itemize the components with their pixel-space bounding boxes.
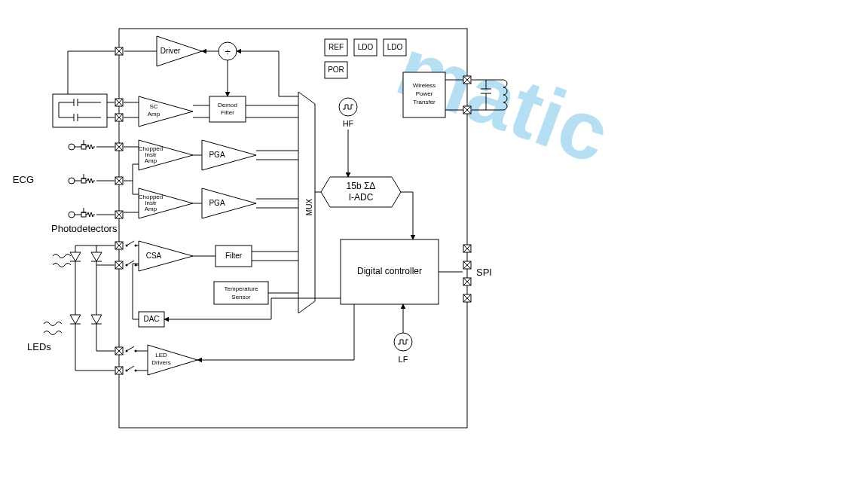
adc-l2: I-ADC <box>349 192 374 203</box>
scamp-l1: SC <box>149 103 157 110</box>
demod-l1: Demod <box>218 102 237 108</box>
ref-block: REF <box>329 43 344 51</box>
wpt-l1: Wireless <box>413 82 436 89</box>
cia2-l3: Amp <box>145 206 157 212</box>
leddrv-l1: LED <box>155 352 167 358</box>
temp-l2: Sensor <box>231 294 251 300</box>
adc-l1: 15b ΣΔ <box>347 181 376 191</box>
csa-label: CSA <box>146 252 162 260</box>
temp-l1: Temperature <box>225 285 258 292</box>
wpt-l3: Transfer <box>413 99 436 105</box>
dac-label: DAC <box>143 315 159 323</box>
pga2-label: PGA <box>209 199 225 207</box>
lf-label: LF <box>399 355 408 364</box>
pga1-label: PGA <box>209 151 225 159</box>
photodetectors-label: Photodetectors <box>51 223 118 234</box>
svg-point-58 <box>69 144 75 150</box>
cia1-l3: Amp <box>145 157 157 164</box>
divider-symbol: ÷ <box>225 46 231 58</box>
spi-label: SPI <box>476 267 492 278</box>
ldo2-block: LDO <box>387 43 403 51</box>
svg-point-69 <box>69 212 75 218</box>
driver-label: Driver <box>160 47 181 55</box>
scamp-l2: Amp <box>148 111 160 117</box>
leds-label: LEDs <box>27 341 51 352</box>
mux-label: MUX <box>305 199 313 216</box>
ldo1-block: LDO <box>358 43 374 51</box>
digital-label: Digital controller <box>357 266 422 276</box>
wpt-l2: Power <box>416 90 433 97</box>
svg-point-62 <box>69 178 75 184</box>
hf-label: HF <box>343 119 354 128</box>
leddrv-l2: Drivers <box>151 359 170 366</box>
cap-sensor <box>53 94 107 127</box>
demod-l2: Filter <box>221 109 234 116</box>
filter-label: Filter <box>225 252 243 260</box>
por-block: POR <box>328 66 344 74</box>
ecg-label: ECG <box>13 174 34 185</box>
